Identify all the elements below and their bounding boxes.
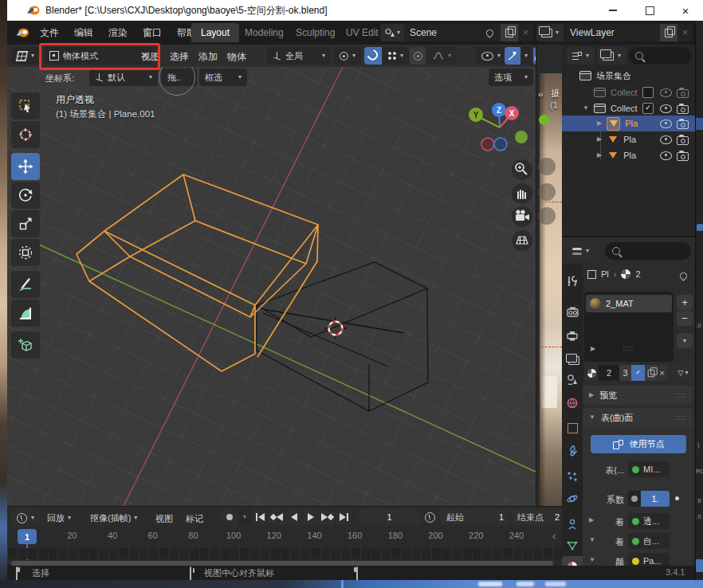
menu-object[interactable]: 物体 [227,50,246,64]
editor-type-button[interactable]: ▾ [11,47,40,65]
outliner-row-object-3[interactable]: ▶ Pla [562,147,695,163]
menu-select[interactable]: 选择 [170,50,189,64]
tool-add-cube[interactable] [11,331,40,359]
tool-rotate[interactable] [11,182,40,209]
window-minimize-button[interactable] [595,0,631,21]
scene-browse-button[interactable]: ▾ [380,24,404,41]
properties-search[interactable] [605,242,691,260]
tab-particles[interactable] [562,466,583,487]
tab-sculpting[interactable]: Sculpting [289,23,341,42]
expand-arrows-icon[interactable]: ‹› [538,89,542,99]
surface-shader-button[interactable]: MI... [628,461,670,477]
window-maximize-button[interactable] [631,0,668,21]
menu-timeline-view[interactable]: 视图 [155,513,173,525]
coordinate-system-dropdown[interactable]: 默认 ▾ [89,69,158,86]
strip-gizmo-ball[interactable] [539,115,549,125]
outliner-row-collection-2[interactable]: ▼ Collect ✓ [562,100,695,116]
pin-icon[interactable] [678,271,689,281]
tab-view-layer[interactable] [562,348,583,369]
hide-eye-icon[interactable] [660,104,672,113]
menu-add[interactable]: 添加 [198,50,218,64]
hide-eye-icon[interactable] [660,151,672,160]
shader2-button[interactable]: 自... [628,533,670,549]
pivot-point-dropdown[interactable]: ▾ [334,47,361,65]
menu-markers[interactable]: 标记 [186,513,203,525]
slot-specials-button[interactable]: ▾ [677,333,693,348]
slot-list-expand-icon[interactable]: ▶ [591,346,595,352]
new-material-button[interactable] [645,365,657,381]
users-count-badge[interactable]: 3 [619,365,631,381]
jump-to-start-button[interactable] [253,509,268,525]
disclosure-closed-icon[interactable]: ▶ [597,152,602,159]
collapse-arrow-icon[interactable]: ‹ [552,530,556,542]
tool-move[interactable] [11,153,40,180]
disclosure-closed-icon[interactable]: ▶ [589,517,594,523]
tab-uv-edit[interactable]: UV Edit [340,23,385,42]
tab-scene[interactable] [562,369,583,390]
menu-edit[interactable]: 编辑 [74,26,93,40]
outliner-filter-button[interactable]: ▾ [597,47,626,65]
jump-to-end-button[interactable] [336,509,352,525]
select-box-dropdown[interactable]: 框选 ▾ [199,69,247,86]
pin-icon[interactable] [485,28,495,38]
gizmo-toggle-button[interactable] [505,47,520,65]
window-close-button[interactable]: × [668,0,703,21]
node-specials-dropdown[interactable]: ▽▾ [672,365,694,381]
tab-modifiers[interactable] [562,441,583,461]
scene-name[interactable]: Scene [410,27,486,38]
proportional-editing-button[interactable] [410,47,426,65]
menu-render[interactable]: 渲染 [108,26,128,40]
tool-scale[interactable] [11,210,40,237]
show-gizmo-dropdown[interactable]: ▾ [476,47,506,65]
prev-keyframe-button[interactable] [269,509,285,525]
next-keyframe-button[interactable] [320,509,335,525]
tool-annotate[interactable] [11,271,40,298]
shader1-button[interactable]: 透... [628,513,670,529]
menu-keying[interactable]: 抠像(插帧)▾ [90,509,137,527]
disclosure-closed-icon[interactable]: ▶ [597,136,602,143]
panel-surface-header[interactable]: ▼ 表(曲)面 :::: [583,408,693,427]
options-dropdown[interactable]: 选项 ▾ [489,69,533,86]
hide-eye-icon[interactable] [660,120,672,128]
material-browse-button[interactable] [584,365,599,381]
use-nodes-button[interactable]: 使用节点 [591,435,686,453]
tab-object-data[interactable] [562,535,583,556]
properties-editor-type-button[interactable]: ▾ [567,242,595,260]
timeline-ruler[interactable]: 20 40 60 80 100 120 140 160 180 200 220 … [7,527,562,548]
viewlayer-browse-button[interactable]: ▾ [536,24,564,41]
outliner-display-mode-button[interactable]: ▾ [567,47,595,65]
disclosure-open-icon[interactable]: ▼ [589,537,595,543]
outliner-row-object-active[interactable]: ▶ Pla [562,116,695,131]
tool-transform[interactable] [11,239,40,266]
outliner-row-collection-1[interactable]: Collect [562,84,695,100]
record-button[interactable] [221,509,238,525]
breadcrumb-material[interactable]: 2 [635,269,640,279]
exclude-checkbox[interactable] [642,87,654,98]
strip-camera-button[interactable] [538,207,556,225]
transform-orientation-dropdown[interactable]: 全局 ▾ [267,47,331,65]
panel-preview-header[interactable]: ▶ 预览 :::: [583,386,693,405]
render-visibility-icon[interactable] [677,89,689,98]
add-slot-button[interactable]: + [677,295,693,310]
end-frame-field[interactable]: 结束点 2 [510,509,562,525]
unlink-material-button[interactable]: × [657,365,667,381]
disclosure-open-icon[interactable]: ▼ [583,105,589,112]
render-visibility-icon[interactable] [677,120,689,129]
tool-cursor[interactable] [11,121,40,148]
exclude-checkbox[interactable]: ✓ [642,103,654,114]
menu-file[interactable]: 文件 [40,26,59,40]
tab-tool[interactable] [562,271,583,292]
render-visibility-icon[interactable] [677,152,689,161]
start-frame-field[interactable]: 起始 1 [440,509,510,525]
hide-eye-icon[interactable] [660,135,672,144]
drag-handle[interactable]: :::: [675,414,686,421]
viewlayer-name[interactable]: ViewLayer [570,27,660,38]
timeline-editor-type-button[interactable]: ▾ [11,509,40,527]
render-visibility-icon[interactable] [677,136,689,145]
tab-world[interactable] [562,393,583,414]
current-frame-field[interactable]: 1 [359,509,420,525]
material-slot-active[interactable]: 2_MAT [586,295,672,312]
scene-new-button[interactable] [501,24,518,41]
tab-layout[interactable]: Layout [191,23,239,42]
tool-select-box[interactable] [11,92,40,120]
